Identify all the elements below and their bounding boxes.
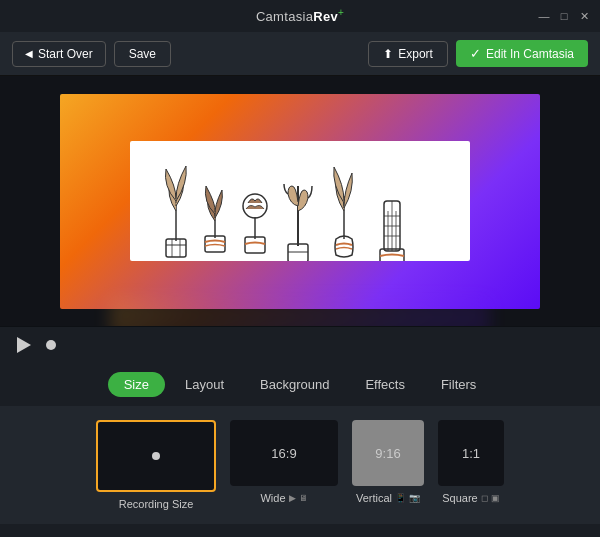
stage <box>60 94 540 309</box>
youtube-icon: ▶ <box>289 493 296 503</box>
presets-section: Recording Size 16:9 Wide ▶ 🖥 9:16 Vertic… <box>0 406 600 524</box>
maximize-button[interactable]: □ <box>558 10 570 22</box>
preset-thumb-vertical: 9:16 <box>352 420 424 486</box>
wide-ratio-text: 16:9 <box>271 446 296 461</box>
svg-rect-1 <box>166 239 186 257</box>
preview-area <box>0 76 600 326</box>
close-button[interactable]: ✕ <box>578 10 590 22</box>
preset-square[interactable]: 1:1 Square ◻ ▣ <box>438 420 504 504</box>
square-social-icon: ▣ <box>491 493 500 503</box>
timeline-scrubber[interactable] <box>46 340 56 350</box>
portrait-icon: 📱 <box>395 493 406 503</box>
preset-thumb-recording <box>96 420 216 492</box>
check-icon: ✓ <box>470 46 481 61</box>
window-controls: — □ ✕ <box>538 10 590 22</box>
vertical-ratio-text: 9:16 <box>375 446 400 461</box>
svg-rect-9 <box>245 237 265 253</box>
preset-recording[interactable]: Recording Size <box>96 420 216 510</box>
instagram-icon: ◻ <box>481 493 488 503</box>
preset-vertical-label: Vertical <box>356 492 392 504</box>
preset-thumb-square: 1:1 <box>438 420 504 486</box>
tab-bar: Size Layout Background Effects Filters <box>0 362 600 406</box>
tab-effects[interactable]: Effects <box>349 372 421 397</box>
playback-bar <box>0 326 600 362</box>
play-button[interactable] <box>14 335 34 355</box>
tab-size[interactable]: Size <box>108 372 165 397</box>
title-bar: CamtasiaRev+ — □ ✕ <box>0 0 600 32</box>
square-ratio-text: 1:1 <box>462 446 480 461</box>
mobile-icon: 📷 <box>409 493 420 503</box>
preset-vertical[interactable]: 9:16 Vertical 📱 📷 <box>352 420 424 504</box>
preset-wide[interactable]: 16:9 Wide ▶ 🖥 <box>230 420 338 504</box>
preset-thumb-wide: 16:9 <box>230 420 338 486</box>
plant-illustration <box>130 141 470 261</box>
tab-layout[interactable]: Layout <box>169 372 240 397</box>
save-button[interactable]: Save <box>114 41 171 67</box>
tab-filters[interactable]: Filters <box>425 372 492 397</box>
edit-in-camtasia-button[interactable]: ✓ Edit In Camtasia <box>456 40 588 67</box>
plant-card <box>130 141 470 261</box>
play-icon <box>17 337 31 353</box>
export-icon: ⬆ <box>383 47 393 61</box>
start-over-button[interactable]: ◀ Start Over <box>12 41 106 67</box>
export-button[interactable]: ⬆ Export <box>368 41 448 67</box>
preset-recording-label: Recording Size <box>119 498 194 510</box>
arrow-icon: ◀ <box>25 48 33 59</box>
tab-background[interactable]: Background <box>244 372 345 397</box>
app-title: CamtasiaRev+ <box>256 7 344 24</box>
preset-wide-label: Wide <box>260 492 285 504</box>
toolbar: ◀ Start Over Save ⬆ Export ✓ Edit In Cam… <box>0 32 600 76</box>
minimize-button[interactable]: — <box>538 10 550 22</box>
recording-dot-icon <box>152 452 160 460</box>
preset-square-label: Square <box>442 492 477 504</box>
monitor-icon: 🖥 <box>299 493 308 503</box>
svg-point-8 <box>243 194 267 218</box>
stage-reflection <box>110 299 490 327</box>
